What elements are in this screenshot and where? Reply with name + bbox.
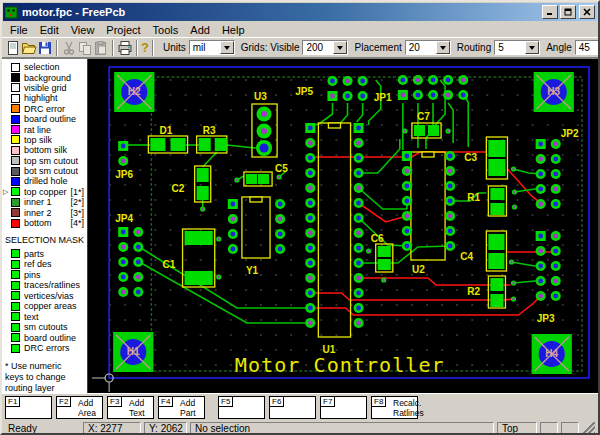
layer-row-top-sm-cutout[interactable]: top sm cutout bbox=[2, 156, 87, 166]
mask-row-parts[interactable]: parts bbox=[2, 248, 87, 259]
smd-pad[interactable] bbox=[197, 168, 209, 182]
smd-pad[interactable] bbox=[258, 174, 269, 184]
mask-row-board-outline[interactable]: board outline bbox=[2, 332, 87, 343]
layer-row-bot-sm-cutout[interactable]: bot sm cutout bbox=[2, 166, 87, 176]
menu-item-view[interactable]: View bbox=[65, 23, 101, 37]
close-button[interactable] bbox=[579, 5, 595, 19]
ref-des-label-r3[interactable]: R3 bbox=[203, 125, 216, 136]
function-key-f1[interactable]: F1 bbox=[5, 396, 52, 419]
mask-row-sm-cutouts[interactable]: sm cutouts bbox=[2, 322, 87, 333]
ref-des-label-c1[interactable]: C1 bbox=[162, 259, 175, 270]
ref-des-label-c7[interactable]: C7 bbox=[417, 111, 430, 122]
smd-pad[interactable] bbox=[488, 234, 504, 250]
smd-pad[interactable] bbox=[490, 203, 504, 215]
ref-des-label-jp5[interactable]: JP5 bbox=[295, 86, 313, 97]
combo-select[interactable]: 20 bbox=[405, 40, 451, 55]
smd-pad[interactable] bbox=[378, 246, 391, 257]
ref-des-label-d1[interactable]: D1 bbox=[159, 125, 172, 136]
smd-pad[interactable] bbox=[246, 174, 257, 184]
smd-pad[interactable] bbox=[490, 278, 503, 291]
ref-des-label-c3[interactable]: C3 bbox=[464, 152, 477, 163]
ref-des-label-c2[interactable]: C2 bbox=[171, 183, 184, 194]
smd-pad[interactable] bbox=[414, 125, 425, 136]
ref-des-label-c6[interactable]: C6 bbox=[371, 233, 384, 244]
function-key-f5[interactable]: F5 bbox=[218, 396, 265, 419]
layer-row-top-copper[interactable]: ▷top copper[1*] bbox=[2, 187, 87, 197]
help-button[interactable]: ? bbox=[141, 39, 149, 56]
smd-pad[interactable] bbox=[428, 125, 439, 136]
chevron-down-icon[interactable] bbox=[220, 41, 234, 54]
ref-des-label-jp4[interactable]: JP4 bbox=[115, 213, 133, 224]
mask-row-vertices-vias[interactable]: vertices/vias bbox=[2, 290, 87, 301]
mask-row-ref-des[interactable]: ref des bbox=[2, 259, 87, 270]
layer-row-highlight[interactable]: highlight bbox=[2, 93, 87, 103]
smd-pad[interactable] bbox=[490, 294, 503, 307]
combo-select[interactable]: 45 bbox=[575, 40, 600, 55]
smd-pad[interactable] bbox=[150, 138, 165, 151]
function-key-f3[interactable]: F3AddText bbox=[107, 396, 154, 419]
layer-row-drc-error[interactable]: DRC error bbox=[2, 104, 87, 114]
ref-des-label-c5[interactable]: C5 bbox=[275, 163, 288, 174]
smd-pad[interactable] bbox=[185, 271, 213, 285]
layer-row-selection[interactable]: selection bbox=[2, 62, 87, 72]
menu-item-file[interactable]: File bbox=[4, 23, 34, 37]
board-silkscreen-title[interactable]: Motor Controller bbox=[235, 353, 445, 377]
save-button[interactable] bbox=[37, 39, 53, 56]
smd-pad[interactable] bbox=[378, 259, 391, 270]
ref-des-label-u2[interactable]: U2 bbox=[412, 264, 425, 275]
function-key-f4[interactable]: F4AddPart bbox=[158, 396, 205, 419]
layer-row-top-silk[interactable]: top silk bbox=[2, 135, 87, 145]
mask-row-copper-areas[interactable]: copper areas bbox=[2, 301, 87, 312]
smd-pad[interactable] bbox=[488, 159, 505, 176]
maximize-button[interactable] bbox=[560, 5, 576, 19]
layer-row-inner-2[interactable]: inner 2[3*] bbox=[2, 207, 87, 217]
cut-button[interactable] bbox=[61, 39, 77, 56]
mask-row-drc-errors[interactable]: DRC errors bbox=[2, 343, 87, 354]
layer-row-drilled-hole[interactable]: drilled hole bbox=[2, 176, 87, 186]
open-file-button[interactable] bbox=[21, 39, 37, 56]
smd-pad[interactable] bbox=[185, 231, 213, 245]
layer-row-bottom[interactable]: bottom[4*] bbox=[2, 218, 87, 228]
smd-pad[interactable] bbox=[488, 140, 505, 157]
minimize-button[interactable] bbox=[542, 5, 558, 19]
menu-item-project[interactable]: Project bbox=[100, 23, 146, 37]
layer-row-rat-line[interactable]: rat line bbox=[2, 124, 87, 134]
layer-row-board-outline[interactable]: board outline bbox=[2, 114, 87, 124]
combo-select[interactable]: 200 bbox=[302, 40, 348, 55]
ref-des-label-jp6[interactable]: JP6 bbox=[115, 169, 133, 180]
combo-select[interactable]: mil bbox=[189, 40, 235, 55]
chevron-down-icon[interactable] bbox=[525, 41, 539, 54]
layer-row-visible-grid[interactable]: visible grid bbox=[2, 83, 87, 93]
title-bar[interactable]: motor.fpc - FreePcb bbox=[3, 3, 597, 21]
smd-pad[interactable] bbox=[199, 138, 211, 151]
ref-des-label-jp2[interactable]: JP2 bbox=[561, 128, 579, 139]
smd-pad[interactable] bbox=[490, 188, 504, 200]
ref-des-label-jp1[interactable]: JP1 bbox=[374, 92, 392, 103]
function-key-f8[interactable]: F8Recalc.Ratlines bbox=[371, 396, 418, 419]
function-key-f7[interactable]: F7 bbox=[320, 396, 367, 419]
ref-des-label-jp3[interactable]: JP3 bbox=[537, 313, 555, 324]
chevron-down-icon[interactable] bbox=[436, 41, 450, 54]
ref-des-label-y1[interactable]: Y1 bbox=[246, 265, 259, 276]
smd-pad[interactable] bbox=[215, 138, 227, 151]
ref-des-label-u3[interactable]: U3 bbox=[254, 91, 267, 102]
combo-select[interactable]: 5 bbox=[494, 40, 540, 55]
smd-pad[interactable] bbox=[197, 186, 209, 200]
mask-row-traces-ratlines[interactable]: traces/ratlines bbox=[2, 280, 87, 291]
smd-pad[interactable] bbox=[170, 138, 185, 151]
menu-item-tools[interactable]: Tools bbox=[147, 23, 185, 37]
mask-row-pins[interactable]: pins bbox=[2, 269, 87, 280]
paste-button[interactable] bbox=[93, 39, 109, 56]
menu-item-edit[interactable]: Edit bbox=[34, 23, 65, 37]
ref-des-label-r2[interactable]: R2 bbox=[467, 286, 480, 297]
pcb-canvas[interactable]: H2H3H1H4D1R3U3JP5JP1C7JP2C3R1C5C2JP6JP4C… bbox=[88, 59, 598, 393]
smd-pad[interactable] bbox=[488, 253, 504, 269]
layer-row-inner-1[interactable]: inner 1[2*] bbox=[2, 197, 87, 207]
layer-row-bottom-silk[interactable]: bottom silk bbox=[2, 145, 87, 155]
copy-button[interactable] bbox=[77, 39, 93, 56]
menu-item-add[interactable]: Add bbox=[184, 23, 216, 37]
print-button[interactable] bbox=[117, 39, 133, 56]
layer-row-background[interactable]: background bbox=[2, 72, 87, 82]
function-key-f2[interactable]: F2AddArea bbox=[56, 396, 103, 419]
menu-item-help[interactable]: Help bbox=[216, 23, 251, 37]
